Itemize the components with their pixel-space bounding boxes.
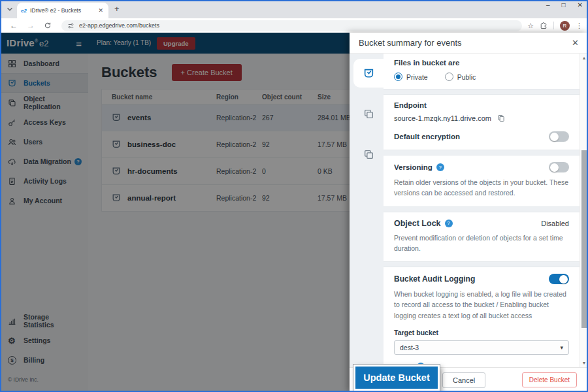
- section-object-lock: Object Lock ? Disabled Prevent modificat…: [384, 212, 580, 263]
- panel-footer: Update Bucket Cancel Delete Bucket: [350, 367, 588, 392]
- tab-search-chevron-icon[interactable]: [5, 5, 14, 14]
- radio-private[interactable]: Private: [394, 73, 428, 81]
- scroll-down-icon[interactable]: ▼: [580, 361, 588, 365]
- close-icon[interactable]: ✕: [572, 38, 579, 48]
- target-bucket-value: dest-3: [400, 344, 419, 351]
- panel-title: Bucket summary for events: [359, 38, 462, 48]
- forward-icon[interactable]: →: [27, 21, 35, 30]
- browser-tab-strip: e2 IDrive® e2 - Buckets ✕ + – □ ✕: [0, 0, 588, 18]
- toolbar-divider: [553, 22, 554, 29]
- radio-icon: [394, 73, 402, 81]
- section-versioning: Versioning ? Retain older versions of th…: [384, 155, 580, 207]
- scrollbar-thumb[interactable]: [581, 150, 587, 328]
- tab-replication-2[interactable]: [353, 140, 384, 169]
- site-settings-icon[interactable]: [67, 22, 74, 29]
- bucket-icon: [363, 68, 374, 79]
- audit-label: Bucket Audit Logging: [394, 274, 475, 284]
- section-file-access: Files in bucket are Private Public: [384, 54, 580, 90]
- versioning-label: Versioning: [394, 163, 433, 171]
- extensions-icon[interactable]: [540, 22, 547, 29]
- replication-icon: [363, 108, 374, 120]
- tab-replication-1[interactable]: [353, 99, 384, 128]
- address-bar[interactable]: e2-app.edgedrive.com/buckets: [61, 20, 522, 31]
- section-audit-logging: Bucket Audit Logging When bucket logging…: [384, 267, 580, 367]
- versioning-toggle[interactable]: [549, 162, 569, 172]
- copy-icon[interactable]: [497, 114, 505, 122]
- panel-scrollbar[interactable]: ▲ ▼: [580, 54, 588, 367]
- new-tab-button[interactable]: +: [114, 5, 120, 13]
- endpoint-label: Endpoint: [394, 101, 569, 109]
- help-icon[interactable]: ?: [445, 220, 453, 227]
- tab-title: IDrive® e2 - Buckets: [30, 7, 97, 14]
- back-icon[interactable]: ←: [10, 21, 18, 30]
- versioning-description: Retain older versions of the objects in …: [394, 177, 569, 199]
- delete-bucket-button[interactable]: Delete Bucket: [522, 372, 577, 387]
- browser-menu-icon[interactable]: ⋮: [576, 22, 583, 30]
- url-text: e2-app.edgedrive.com/buckets: [79, 22, 159, 29]
- section-endpoint: Endpoint source-1.mzqk.ny11.drive.com De…: [384, 94, 580, 150]
- bookmark-star-icon[interactable]: ☆: [527, 22, 534, 30]
- profile-avatar[interactable]: R: [560, 21, 570, 31]
- window-maximize-button[interactable]: □: [562, 1, 566, 8]
- modal-dim-overlay: [0, 33, 350, 392]
- cancel-button[interactable]: Cancel: [442, 372, 485, 388]
- replication-icon: [363, 149, 374, 160]
- object-lock-status: Disabled: [541, 220, 569, 227]
- access-label: Files in bucket are: [394, 59, 569, 67]
- window-close-button[interactable]: ✕: [578, 1, 583, 8]
- object-lock-label: Object Lock: [394, 219, 441, 228]
- panel-tab-rail: [350, 54, 384, 367]
- audit-description: When bucket logging is enabled, a log fi…: [394, 289, 569, 321]
- browser-tab[interactable]: e2 IDrive® e2 - Buckets ✕: [17, 3, 108, 18]
- target-bucket-select[interactable]: dest-3 ▾: [394, 340, 569, 355]
- tab-close-icon[interactable]: ✕: [97, 7, 105, 14]
- chevron-down-icon: ▾: [560, 344, 563, 351]
- bucket-summary-panel: Bucket summary for events ✕ Files in buc…: [350, 33, 588, 392]
- tab-bucket-settings[interactable]: [353, 59, 384, 88]
- update-bucket-button[interactable]: Update Bucket: [353, 365, 440, 391]
- object-lock-description: Prevent modification or deletion of obje…: [394, 233, 569, 254]
- help-icon[interactable]: ?: [436, 163, 444, 171]
- scroll-up-icon[interactable]: ▲: [580, 56, 588, 60]
- endpoint-value: source-1.mzqk.ny11.drive.com: [394, 114, 491, 122]
- radio-public[interactable]: Public: [445, 73, 476, 81]
- encryption-toggle[interactable]: [549, 131, 569, 142]
- radio-icon: [445, 73, 453, 81]
- audit-toggle[interactable]: [549, 274, 569, 284]
- browser-toolbar: ← → e2-app.edgedrive.com/buckets ☆ R ⋮: [0, 18, 588, 33]
- reload-icon[interactable]: [44, 22, 52, 29]
- encryption-label: Default encryption: [394, 133, 460, 140]
- e2-favicon: e2: [21, 8, 27, 14]
- window-minimize-button[interactable]: –: [546, 1, 550, 8]
- target-bucket-label: Target bucket: [394, 329, 569, 336]
